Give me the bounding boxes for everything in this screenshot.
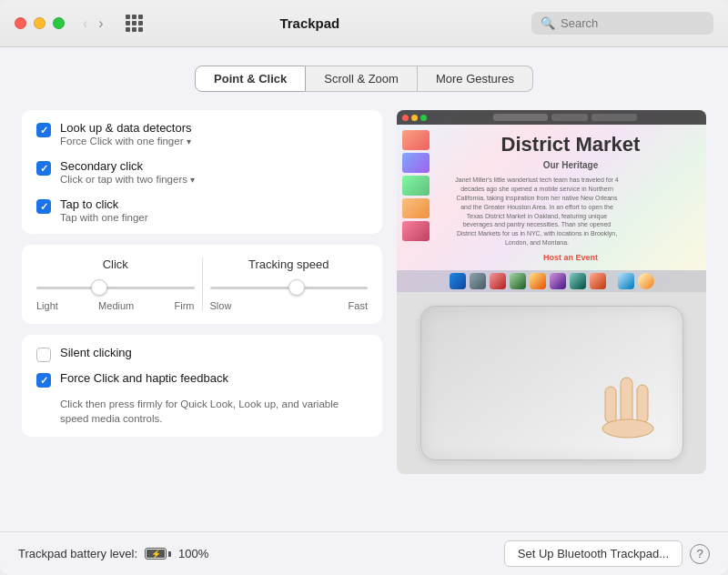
trackpad-image [420, 306, 683, 460]
tracking-slider-label: Tracking speed [248, 257, 329, 271]
force-click-description: Click then press firmly for Quick Look, … [60, 397, 368, 426]
tracking-slow-label: Slow [210, 300, 232, 311]
search-icon: 🔍 [541, 16, 555, 30]
search-box[interactable]: 🔍 [531, 12, 713, 35]
dock-icon [570, 273, 586, 289]
click-slider-label: Click [103, 257, 128, 271]
titlebar: ‹ › Trackpad 🔍 [0, 0, 728, 47]
top-checkboxes-group: ✓ Look up & data detectors Force Click w… [22, 110, 382, 234]
help-button[interactable]: ? [690, 544, 710, 564]
tracking-fast-label: Fast [349, 300, 368, 311]
list-item: ✓ Force Click and haptic feedback [36, 371, 368, 388]
list-item: ✓ Look up & data detectors Force Click w… [36, 121, 368, 146]
dock-icon [490, 273, 506, 289]
force-click-label: Force Click and haptic feedback [60, 371, 228, 385]
tab-bar: Point & Click Scroll & Zoom More Gesture… [22, 66, 706, 92]
main-split: ✓ Look up & data detectors Force Click w… [22, 110, 706, 517]
preview-trackpad [397, 292, 706, 474]
lookup-checkbox[interactable]: ✓ [36, 123, 51, 137]
list-item: Silent clicking [36, 346, 368, 362]
list-item: ✓ Secondary click Click or tap with two … [36, 159, 368, 185]
tab-more-gestures[interactable]: More Gestures [418, 66, 533, 92]
district-market-subtitle: Our Heritage [455, 160, 686, 170]
dock-icon [510, 273, 526, 289]
preview-screenshot: District Market Our Heritage Janet Mille… [397, 110, 706, 292]
tap-to-click-subtitle: Tap with one finger [60, 212, 148, 223]
statusbar: Trackpad battery level: ⚡ 100% Set Up Bl… [0, 531, 728, 575]
sliders-row: Click Light Medium Firm [36, 257, 368, 311]
preview-dock [397, 270, 706, 292]
dock-icon [530, 273, 546, 289]
right-panel: District Market Our Heritage Janet Mille… [397, 110, 706, 517]
click-slider-group: Click Light Medium Firm [36, 257, 195, 311]
content-area: Point & Click Scroll & Zoom More Gesture… [0, 47, 728, 531]
dock-icon [590, 273, 606, 289]
click-light-label: Light [36, 300, 58, 311]
lookup-subtitle[interactable]: Force Click with one finger ▾ [60, 136, 192, 146]
tap-to-click-label: Tap to click [60, 197, 148, 211]
tab-point-click[interactable]: Point & Click [195, 66, 306, 92]
lightning-icon: ⚡ [151, 550, 161, 559]
secondary-click-checkbox[interactable]: ✓ [36, 161, 51, 176]
tab-scroll-zoom[interactable]: Scroll & Zoom [306, 66, 418, 92]
tracking-slider-group: Tracking speed Slow Fast [210, 257, 369, 311]
tracking-slider-track [210, 278, 369, 297]
district-market-link: Host an Event [455, 253, 686, 262]
svg-rect-1 [621, 378, 632, 423]
lookup-label: Look up & data detectors [60, 121, 192, 135]
click-slider-thumb[interactable] [91, 279, 107, 296]
left-panel: ✓ Look up & data detectors Force Click w… [22, 110, 382, 517]
force-click-checkbox[interactable]: ✓ [36, 373, 51, 388]
fullscreen-button[interactable] [53, 17, 65, 29]
dock-icon [470, 273, 486, 289]
close-button[interactable] [15, 17, 26, 29]
bottom-checkboxes-group: Silent clicking ✓ Force Click and haptic… [22, 335, 382, 437]
click-medium-label: Medium [98, 300, 134, 311]
battery-icon: ⚡ [145, 548, 171, 560]
tracking-slider-thumb[interactable] [288, 279, 305, 296]
dock-icon [450, 273, 466, 289]
tap-to-click-checkbox[interactable]: ✓ [36, 199, 51, 214]
dock-icon [618, 273, 634, 289]
secondary-click-subtitle[interactable]: Click or tap with two fingers ▾ [60, 174, 195, 185]
dock-icon [550, 273, 566, 289]
secondary-click-label: Secondary click [60, 159, 195, 173]
svg-rect-0 [605, 387, 616, 423]
minimize-button[interactable] [34, 17, 46, 29]
setup-bluetooth-button[interactable]: Set Up Bluetooth Trackpad... [504, 540, 682, 567]
chevron-down-icon: ▾ [190, 175, 195, 185]
district-market-title: District Market [455, 133, 686, 156]
window-title: Trackpad [99, 15, 521, 31]
list-item: ✓ Tap to click Tap with one finger [36, 197, 368, 223]
district-market-text: Janet Miller's little wanderlust tech te… [455, 176, 619, 247]
silent-clicking-label: Silent clicking [60, 346, 132, 359]
chevron-down-icon: ▾ [187, 136, 191, 146]
finger-icon [601, 368, 655, 441]
svg-point-3 [602, 419, 653, 438]
battery-percent: 100% [178, 547, 208, 560]
silent-clicking-checkbox[interactable] [36, 348, 51, 362]
back-button[interactable]: ‹ [79, 14, 91, 34]
click-slider-track [36, 278, 195, 297]
search-input[interactable] [561, 16, 704, 30]
svg-rect-2 [637, 385, 648, 423]
sliders-section: Click Light Medium Firm [22, 245, 382, 324]
traffic-lights [15, 17, 65, 29]
click-firm-label: Firm [174, 300, 194, 311]
dock-icon [638, 273, 654, 289]
battery-label: Trackpad battery level: [18, 547, 137, 560]
